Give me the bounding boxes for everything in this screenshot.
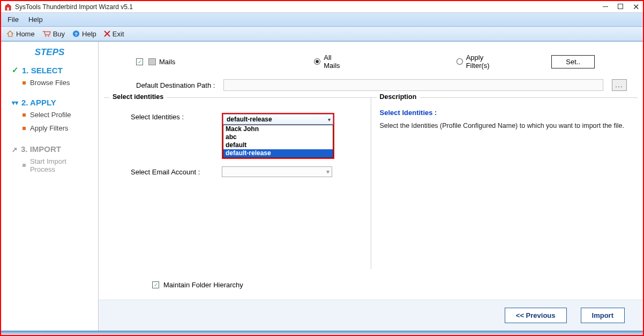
step-import-label: 3. IMPORT	[21, 144, 61, 154]
step-apply-sub-filters[interactable]: Apply Filters	[1, 121, 98, 135]
window-title: SysTools Thunderbird Import Wizard v5.1	[15, 3, 603, 11]
maintain-hierarchy-row[interactable]: ✓ Maintain Folder Hierarchy	[99, 269, 643, 300]
destination-path-input[interactable]	[223, 79, 603, 91]
filter-step-icon: ▾▾	[12, 99, 18, 106]
all-mails-radio-wrap[interactable]: All Mails	[314, 54, 349, 70]
apply-filters-radio-wrap[interactable]: Apply Filter(s)	[456, 54, 509, 70]
maintain-hierarchy-checkbox[interactable]: ✓	[152, 281, 159, 288]
mails-label: Mails	[159, 58, 175, 66]
menubar: File Help	[1, 13, 643, 27]
toolbar-help-label: Help	[82, 30, 96, 38]
bullet-icon	[23, 164, 26, 167]
select-email-label: Select Email Account :	[131, 168, 211, 176]
identities-panel-title: Select identities	[109, 93, 167, 101]
select-identities-label: Select Identities :	[131, 113, 211, 121]
main: STEPS 1. SELECT Browse Files ▾▾ 2. APPLY…	[1, 42, 643, 331]
close-button[interactable]: ✕	[633, 2, 640, 12]
mails-gray-icon	[148, 58, 156, 65]
step-apply-sub-profile-label: Select Profile	[30, 111, 71, 119]
identities-option-1[interactable]: abc	[223, 133, 333, 141]
check-icon	[12, 65, 19, 75]
all-mails-label: All Mails	[324, 54, 349, 70]
maximize-button[interactable]	[618, 3, 623, 11]
bottom-strip	[1, 331, 643, 335]
apply-filters-label: Apply Filter(s)	[466, 54, 509, 70]
select-email-row: Select Email Account : ▾	[131, 166, 365, 177]
mails-checkbox-wrap[interactable]: ✓ Mails	[136, 58, 175, 66]
bullet-icon	[23, 81, 26, 85]
identities-option-0[interactable]: Mack John	[223, 125, 333, 133]
identities-panel: Select identities Select Identities : de…	[104, 97, 371, 269]
steps-heading: STEPS	[1, 47, 98, 58]
toolbar-home[interactable]: Home	[6, 30, 35, 38]
minimize-button[interactable]	[603, 3, 608, 11]
toolbar-exit[interactable]: Exit	[104, 30, 124, 38]
set-button[interactable]: Set..	[551, 55, 595, 68]
step-import[interactable]: 3. IMPORT	[1, 142, 98, 155]
toolbar-home-label: Home	[16, 30, 35, 38]
top-options-row: ✓ Mails All Mails Apply Filter(s) Set..	[99, 42, 643, 75]
step-select-sub-label: Browse Files	[30, 79, 70, 87]
app-logo-icon	[4, 3, 12, 11]
toolbar-buy-label: Buy	[53, 30, 65, 38]
help-icon: ?	[72, 30, 80, 37]
all-mails-radio[interactable]	[314, 58, 320, 65]
menu-file[interactable]: File	[8, 16, 19, 24]
svg-point-1	[45, 35, 46, 36]
home-icon	[6, 30, 14, 37]
bullet-icon	[23, 127, 26, 130]
description-panel: Description Select Identities : Select t…	[371, 97, 638, 269]
toolbar-help[interactable]: ? Help	[72, 30, 96, 38]
destination-browse-button[interactable]: ...	[612, 79, 627, 91]
titlebar: SysTools Thunderbird Import Wizard v5.1 …	[1, 1, 643, 13]
email-account-combo[interactable]: ▾	[222, 166, 332, 177]
svg-rect-0	[7, 7, 9, 10]
chevron-down-icon: ▾	[328, 117, 331, 123]
description-subtitle: Select Identities :	[380, 109, 633, 117]
toolbar-buy[interactable]: Buy	[42, 30, 65, 38]
previous-button[interactable]: << Previous	[505, 308, 567, 323]
cart-icon	[42, 30, 51, 37]
identities-dropdown[interactable]: Mack John abc default default-release	[223, 125, 333, 158]
destination-label: Default Destination Path :	[136, 81, 215, 89]
description-panel-title: Description	[377, 93, 420, 101]
identities-combo-highlight: default-release ▾ Mack John abc default …	[222, 113, 334, 159]
import-button[interactable]: Import	[581, 308, 625, 323]
identities-option-2[interactable]: default	[223, 141, 333, 149]
footer-bar: << Previous Import	[99, 300, 643, 331]
step-select[interactable]: 1. SELECT	[1, 63, 98, 76]
step-apply-sub-profile[interactable]: Select Profile	[1, 108, 98, 121]
destination-row: Default Destination Path : ...	[99, 75, 643, 97]
step-apply[interactable]: ▾▾ 2. APPLY	[1, 96, 98, 108]
mails-checkbox[interactable]: ✓	[136, 58, 143, 65]
select-identities-row: Select Identities : default-release ▾ Ma…	[131, 113, 365, 159]
step-apply-label: 2. APPLY	[21, 98, 56, 107]
description-body: Select the Identities (Profile Configure…	[380, 122, 633, 129]
toolbar: Home Buy ? Help Exit	[1, 27, 643, 42]
content: ✓ Mails All Mails Apply Filter(s) Set.. …	[99, 42, 643, 331]
svg-point-2	[48, 35, 49, 36]
step-import-sub[interactable]: Start Import Process	[1, 155, 98, 176]
toolbar-exit-label: Exit	[113, 30, 124, 38]
identities-combo-value: default-release	[227, 116, 272, 123]
identities-combo[interactable]: default-release ▾	[223, 114, 333, 125]
svg-text:?: ?	[74, 31, 78, 37]
step-select-label: 1. SELECT	[22, 66, 63, 75]
panels: Select identities Select Identities : de…	[99, 97, 643, 269]
import-arrow-icon	[12, 144, 18, 154]
step-import-sub-label: Start Import Process	[30, 157, 93, 173]
exit-icon	[104, 30, 110, 37]
identities-option-3[interactable]: default-release	[223, 149, 333, 157]
apply-filters-radio[interactable]	[456, 58, 463, 65]
sidebar: STEPS 1. SELECT Browse Files ▾▾ 2. APPLY…	[1, 42, 99, 331]
window-controls: ✕	[603, 2, 640, 12]
step-select-sub-browse[interactable]: Browse Files	[1, 76, 98, 89]
chevron-down-icon: ▾	[326, 168, 330, 175]
menu-help[interactable]: Help	[28, 16, 43, 24]
bullet-icon	[23, 113, 26, 117]
maintain-hierarchy-label: Maintain Folder Hierarchy	[163, 281, 243, 289]
step-apply-sub-filters-label: Apply Filters	[30, 124, 69, 132]
